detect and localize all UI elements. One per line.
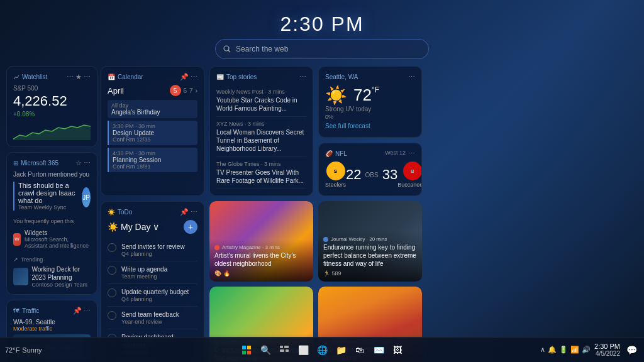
- calendar-allday: All day Angela's Birthday: [108, 100, 197, 118]
- svg-rect-4: [242, 351, 246, 354]
- trending-thumbnail: [13, 268, 28, 285]
- stock-change: +0.08%: [13, 111, 91, 118]
- trending-item[interactable]: Working Deck for 2023 Planning Contoso D…: [13, 265, 91, 288]
- m365-actions: ☆ ⋯: [75, 159, 91, 167]
- taskbar-system-icons[interactable]: ∧ 🔔 🔋 📶 🔊: [540, 346, 591, 354]
- stock-title: Watchlist: [13, 74, 47, 80]
- frequent-desc: Microsoft Search, Assistant and Intellig…: [25, 236, 91, 249]
- todo-item-1[interactable]: Send invites for review Q4 planning: [108, 239, 197, 261]
- notification-button[interactable]: 💬: [624, 343, 639, 358]
- trending-label: ↗Trending: [13, 256, 91, 263]
- todo-sub-1: Q4 planning: [121, 251, 185, 257]
- taskbar-photos-button[interactable]: 🖼: [390, 343, 405, 358]
- todo-item-4[interactable]: Send team feedback Year-end review: [108, 307, 197, 329]
- todo-add-button[interactable]: +: [184, 220, 197, 234]
- news-card-overlay-mural: Artistry Magazine · 3 mins Artist's mura…: [209, 239, 313, 282]
- frequent-name: Widgets: [25, 229, 91, 236]
- traffic-location: WA-99, Seattle: [13, 319, 91, 326]
- frequent-item[interactable]: W Widgets Microsoft Search, Assistant an…: [13, 227, 91, 251]
- todo-checkbox-3[interactable]: [108, 288, 116, 297]
- stock-ticker: S&P 500: [13, 85, 91, 92]
- todo-sub-2: Team meeting: [121, 273, 167, 280]
- todo-text-1: Send invites for review: [121, 243, 185, 251]
- news-card-mural[interactable]: Artistry Magazine · 3 mins Artist's mura…: [209, 201, 313, 282]
- taskbar-edge-button[interactable]: 🌐: [314, 343, 330, 358]
- taskbar-widgets-button[interactable]: ⬜: [296, 343, 311, 358]
- taskbar-mail-button[interactable]: ✉️: [371, 343, 386, 358]
- calendar-month: April: [108, 86, 124, 96]
- weather-description: Strong UV today: [325, 106, 415, 112]
- news-meta-running: 🏃 589: [323, 270, 417, 277]
- nfl-logo-2: B: [403, 162, 422, 180]
- m365-title: ⊞ Microsoft 365: [13, 160, 58, 167]
- todo-actions: 📌 ⋯: [180, 208, 197, 216]
- stock-actions: ⋯ ★ ⋯: [67, 73, 91, 81]
- traffic-status: Moderate traffic: [13, 326, 91, 332]
- svg-rect-8: [280, 349, 284, 352]
- svg-rect-6: [280, 346, 283, 348]
- nfl-score-2: 33: [382, 167, 397, 183]
- m365-widget[interactable]: ⊞ Microsoft 365 ☆ ⋯ Jack Purton mentione…: [6, 152, 97, 295]
- calendar-event-1[interactable]: 3:30 PM · 30 min Design Update Conf Rm 1…: [108, 121, 197, 145]
- calendar-event-2[interactable]: 4:30 PM · 30 min Planning Session Conf R…: [108, 148, 197, 172]
- news-card-overlay-running: Journal Weekly · 20 mins Endurance runni…: [318, 231, 422, 282]
- story-3[interactable]: The Globe Times · 3 mins TV Presenter Go…: [216, 157, 306, 189]
- mention-row: This should be a crawl design Isaac what…: [13, 182, 91, 213]
- weather-icon: ☀️: [325, 85, 347, 106]
- todo-item-2[interactable]: Write up agenda Team meeting: [108, 261, 197, 284]
- story-source-1: Weekly News Post · 3 mins: [216, 89, 306, 95]
- news-source-running: Journal Weekly · 20 mins: [323, 236, 417, 242]
- search-bar[interactable]: [215, 39, 429, 59]
- event-title-1: Design Update: [113, 129, 194, 136]
- stories-title: 📰 Top stories: [216, 74, 257, 80]
- news-title-mural: Artist's mural livens the City's oldest …: [214, 251, 308, 268]
- story-1[interactable]: Weekly News Post · 3 mins Youtube Star C…: [216, 85, 306, 117]
- taskbar-search-button[interactable]: 🔍: [258, 343, 273, 358]
- event-conf-1: Conf Rm 12/35: [113, 136, 194, 143]
- todo-checkbox-1[interactable]: [108, 243, 116, 252]
- nfl-team-1: S Steelers: [325, 162, 346, 188]
- taskbar-explorer-button[interactable]: 📁: [333, 343, 348, 358]
- search-input[interactable]: [236, 45, 421, 53]
- stock-chart: [13, 121, 91, 140]
- todo-title: ☀️ ToDo: [108, 209, 132, 216]
- frequent-label: You frequently open this: [13, 218, 91, 224]
- weather-title: Seattle, WA: [325, 74, 358, 80]
- story-source-3: The Globe Times · 3 mins: [216, 161, 306, 167]
- todo-sub-4: Year-end review: [121, 319, 179, 325]
- start-button[interactable]: [239, 343, 254, 358]
- taskbar[interactable]: 72°F Sunny 🔍 ⬜ 🌐 📁: [0, 337, 644, 362]
- weather-widget[interactable]: Seattle, WA ⋯ ☀️ 72 °F Strong UV today 0…: [318, 66, 422, 138]
- stock-value: 4,226.52: [13, 93, 91, 109]
- nfl-score-1: 22: [346, 167, 361, 183]
- top-stories-widget[interactable]: 📰 Top stories ⋯ Weekly News Post · 3 min…: [209, 66, 313, 196]
- weather-forecast-link[interactable]: See full forecast: [325, 123, 415, 129]
- calendar-widget[interactable]: 📅 Calendar 📌 ⋯ April 5 6 7 › All day Ang…: [101, 66, 204, 196]
- weather-main: ☀️ 72 °F: [325, 85, 415, 106]
- story-2[interactable]: XYZ News · 3 mins Local Woman Discovers …: [216, 117, 306, 157]
- taskbar-taskview-button[interactable]: [277, 343, 292, 358]
- svg-rect-3: [247, 346, 251, 349]
- event-time-1: 3:30 PM · 30 min: [113, 123, 194, 129]
- news-card-running[interactable]: Journal Weekly · 20 mins Endurance runni…: [318, 201, 422, 282]
- weather-temp: 72: [353, 85, 372, 105]
- todo-checkbox-2[interactable]: [108, 266, 116, 275]
- svg-line-1: [228, 50, 230, 52]
- todo-item-3[interactable]: Update quarterly budget Q4 planning: [108, 284, 197, 307]
- nfl-actions: West 12 ⋯: [385, 150, 415, 158]
- todo-text-2: Write up agenda: [121, 265, 167, 273]
- weather-actions: ⋯: [408, 73, 415, 81]
- nfl-game: S Steelers 22 OBS 33 B Buccaneers: [325, 162, 415, 188]
- story-title-2: Local Woman Discovers Secret Tunnel in B…: [216, 128, 306, 153]
- event-title-2: Planning Session: [113, 156, 194, 163]
- calendar-day-5: 5: [170, 85, 181, 96]
- event-conf-2: Conf Rm 18/81: [113, 163, 194, 170]
- todo-checkbox-4[interactable]: [108, 311, 116, 320]
- nfl-widget[interactable]: 🏈 NFL West 12 ⋯ S Steelers 22 OBS 33 B B…: [318, 143, 422, 196]
- todo-sub-3: Q4 planning: [121, 296, 189, 302]
- taskbar-store-button[interactable]: 🛍: [352, 343, 367, 358]
- traffic-title: 🗺 Traffic: [13, 307, 39, 314]
- calendar-header: April 5 6 7 ›: [108, 85, 197, 96]
- trending-name: Working Deck for 2023 Planning: [32, 265, 91, 282]
- stock-widget[interactable]: Watchlist ⋯ ★ ⋯ S&P 500 4,226.52 +0.08%: [6, 66, 97, 147]
